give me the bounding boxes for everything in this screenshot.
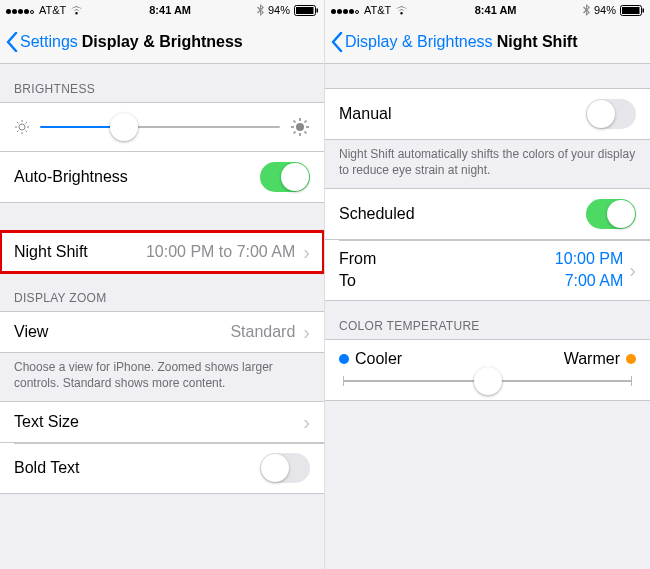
manual-row[interactable]: Manual [325,88,650,140]
back-label: Settings [20,33,78,51]
page-title: Night Shift [497,33,578,51]
color-temperature-slider[interactable] [343,380,632,382]
signal-icon [331,4,360,16]
brightness-slider[interactable] [40,126,280,128]
text-size-row[interactable]: Text Size › [0,401,324,443]
back-label: Display & Brightness [345,33,493,51]
svg-line-9 [26,131,28,133]
svg-line-11 [26,122,28,124]
night-shift-description: Night Shift automatically shifts the col… [325,140,650,188]
time-label: 8:41 AM [475,4,517,16]
wifi-icon [395,5,408,15]
nav-bar: Display & Brightness Night Shift [325,20,650,64]
svg-line-18 [305,132,307,134]
view-label: View [14,323,230,341]
screen-night-shift: AT&T 8:41 AM 94% Display & Brightness [325,0,650,569]
carrier-label: AT&T [364,4,391,16]
section-header-color-temp: COLOR TEMPERATURE [325,301,650,339]
page-title: Display & Brightness [82,33,243,51]
back-button[interactable]: Settings [6,32,78,52]
brightness-thumb[interactable] [110,113,138,141]
status-bar: AT&T 8:41 AM 94% [325,0,650,20]
cooler-dot-icon [339,354,349,364]
scheduled-toggle[interactable] [586,199,636,229]
svg-rect-22 [622,7,640,14]
svg-point-12 [296,123,304,131]
color-temperature-thumb[interactable] [474,367,502,395]
auto-brightness-label: Auto-Brightness [14,168,260,186]
chevron-left-icon [331,32,343,52]
svg-rect-23 [642,8,644,12]
status-bar: AT&T 8:41 AM 94% [0,0,324,20]
manual-toggle[interactable] [586,99,636,129]
screen-display-brightness: AT&T 8:41 AM 94% Settings Disp [0,0,325,569]
back-button[interactable]: Display & Brightness [331,32,493,52]
section-header-display-zoom: DISPLAY ZOOM [0,273,324,311]
sun-bright-icon [290,117,310,137]
chevron-right-icon: › [303,322,310,342]
bluetooth-icon [257,4,264,16]
night-shift-detail: 10:00 PM to 7:00 AM [146,243,295,261]
sun-dim-icon [14,119,30,135]
time-label: 8:41 AM [149,4,191,16]
chevron-left-icon [6,32,18,52]
view-row[interactable]: View Standard › [0,311,324,353]
svg-rect-2 [316,8,318,12]
section-header-brightness: BRIGHTNESS [0,64,324,102]
signal-icon [6,4,35,16]
bold-text-toggle[interactable] [260,453,310,483]
battery-icon [620,5,644,16]
brightness-slider-row [0,102,324,151]
warmer-label: Warmer [564,350,620,368]
auto-brightness-row[interactable]: Auto-Brightness [0,151,324,203]
schedule-from-to-row[interactable]: From 10:00 PM To 7:00 AM › [325,240,650,301]
svg-line-17 [294,121,296,123]
bold-text-label: Bold Text [14,459,260,477]
warmer-dot-icon [626,354,636,364]
text-size-label: Text Size [14,413,301,431]
night-shift-row[interactable]: Night Shift 10:00 PM to 7:00 AM › [0,231,324,273]
zoom-footer: Choose a view for iPhone. Zoomed shows l… [0,353,324,401]
night-shift-label: Night Shift [14,243,146,261]
nav-bar: Settings Display & Brightness [0,20,324,64]
scheduled-row[interactable]: Scheduled [325,188,650,240]
svg-rect-1 [296,7,314,14]
battery-pct: 94% [268,4,290,16]
color-temperature-row: Cooler Warmer [325,339,650,401]
svg-point-3 [19,124,25,130]
chevron-right-icon: › [629,260,636,280]
bold-text-row[interactable]: Bold Text [0,443,324,494]
scheduled-label: Scheduled [339,205,586,223]
bluetooth-icon [583,4,590,16]
chevron-right-icon: › [303,412,310,432]
view-value: Standard [230,323,295,341]
svg-line-10 [17,131,19,133]
auto-brightness-toggle[interactable] [260,162,310,192]
manual-label: Manual [339,105,586,123]
cooler-label: Cooler [355,350,402,368]
battery-pct: 94% [594,4,616,16]
from-label: From [339,250,376,268]
wifi-icon [70,5,83,15]
to-value: 7:00 AM [565,272,624,290]
carrier-label: AT&T [39,4,66,16]
svg-line-8 [17,122,19,124]
to-label: To [339,272,356,290]
svg-line-20 [305,121,307,123]
svg-line-19 [294,132,296,134]
chevron-right-icon: › [303,242,310,262]
from-value: 10:00 PM [555,250,623,268]
battery-icon [294,5,318,16]
